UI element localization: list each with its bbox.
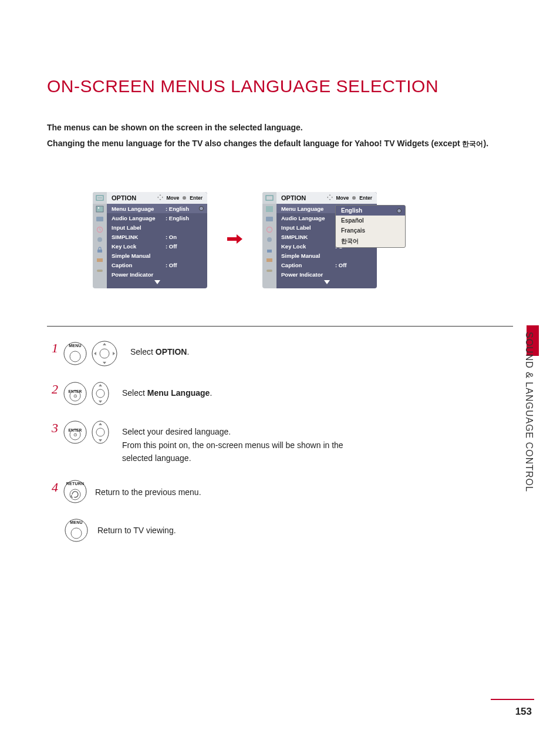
row-label: Input Label: [281, 224, 335, 231]
return-button[interactable]: RETURN: [63, 480, 87, 503]
t: Select: [130, 347, 156, 356]
dropdown-item-espanol[interactable]: Español: [336, 216, 405, 226]
audio-icon: [93, 214, 107, 225]
row-label: SIMPLINK: [281, 234, 335, 240]
row-enter-icon: [199, 206, 204, 211]
row-label: Audio Language: [112, 215, 166, 221]
menu-row-power-indicator[interactable]: Power Indicator: [276, 270, 377, 279]
row-label: Caption: [112, 262, 166, 268]
menu-button[interactable]: MENU: [65, 519, 88, 542]
move-icon: [327, 194, 333, 201]
steps: 1 MENU Select OPTION. 2 ENTER: [47, 341, 513, 542]
svg-point-32: [71, 528, 82, 539]
lock-icon: [93, 245, 107, 255]
step-number: 3: [52, 422, 61, 435]
audio-icon: [262, 214, 276, 225]
button-label: MENU: [65, 520, 88, 524]
arrow-right-icon: [226, 233, 244, 247]
section-sidebar-label: SOUND & LANGUAGE CONTROL: [524, 332, 534, 492]
menu-row-power-indicator[interactable]: Power Indicator: [107, 270, 207, 279]
menu-row-simplink[interactable]: SIMPLINK: On: [107, 232, 207, 241]
svg-point-5: [97, 237, 102, 242]
scroll-down-icon: [107, 279, 207, 288]
step-4: 4 RETURN Return to the previous menu.: [52, 480, 513, 503]
aspect-icon: [93, 192, 107, 204]
dropdown-item-francais[interactable]: Français: [336, 226, 405, 235]
enter-button[interactable]: ENTER ⊙: [63, 382, 87, 405]
enter-dot-icon: [352, 196, 356, 200]
lock-icon: [262, 245, 276, 255]
step-text: Select Menu Language.: [122, 382, 212, 399]
row-label: Simple Manual: [281, 253, 335, 259]
time-icon: [262, 224, 276, 235]
menu-header: OPTION Move Enter: [276, 192, 377, 204]
svg-point-28: [96, 428, 104, 436]
usb-icon: [93, 265, 107, 276]
menu-row-caption[interactable]: Caption: Off: [107, 260, 207, 270]
input-icon: [262, 255, 276, 266]
row-value: : Off: [166, 262, 177, 268]
t: Menu Language: [147, 388, 210, 398]
step-1: 1 MENU Select OPTION.: [52, 341, 513, 366]
t: .: [187, 347, 189, 356]
step-text: Return to the previous menu.: [95, 480, 201, 499]
dpad-updown[interactable]: [92, 382, 109, 405]
step-3: 3 ENTER ⊙ Select your desired language. …: [52, 420, 513, 465]
intro-korean: 한국어: [462, 140, 483, 148]
svg-rect-8: [97, 270, 103, 272]
t: .: [210, 388, 212, 398]
menu-row-key-lock[interactable]: Key Lock: Off: [107, 241, 207, 251]
row-enter-icon: [397, 208, 402, 213]
dpad-full[interactable]: [92, 341, 117, 366]
enter-button[interactable]: ENTER ⊙: [63, 420, 87, 444]
svg-point-13: [267, 237, 272, 242]
t: OPTION: [156, 347, 187, 356]
button-label: ENTER: [63, 428, 87, 432]
svg-rect-16: [266, 270, 272, 272]
step-number: 1: [52, 342, 61, 355]
dpad-updown[interactable]: [92, 420, 109, 444]
step-2: 2 ENTER ⊙ Select Menu Language.: [52, 382, 513, 405]
menu-row-audio-language[interactable]: Audio Language: English: [107, 213, 207, 223]
row-label: Power Indicator: [281, 271, 335, 278]
row-label: Input Label: [112, 224, 166, 231]
menu-row-simple-manual[interactable]: Simple Manual: [107, 251, 207, 260]
row-label: Audio Language: [281, 215, 335, 221]
row-label: Key Lock: [112, 243, 166, 250]
svg-rect-7: [97, 258, 103, 262]
dd-label: English: [341, 207, 362, 214]
svg-point-20: [100, 349, 109, 358]
enter-dot-icon: [183, 196, 186, 200]
t: Select your desired language.: [122, 427, 231, 436]
button-label: RETURN: [63, 482, 87, 486]
dropdown-item-korean[interactable]: 한국어: [336, 235, 405, 247]
aspect-icon: [262, 192, 276, 204]
menu-button[interactable]: MENU: [63, 342, 87, 365]
enter-label: Enter: [359, 195, 372, 201]
enter-label: Enter: [190, 195, 203, 201]
menu-row-menu-language[interactable]: Menu Language : English: [107, 204, 207, 213]
menu-row-caption[interactable]: Caption: Off: [276, 260, 377, 270]
language-dropdown[interactable]: English Español Français 한국어: [335, 205, 406, 248]
svg-point-2: [98, 207, 99, 208]
svg-rect-14: [267, 250, 272, 253]
row-label: Caption: [281, 262, 335, 268]
svg-point-24: [96, 389, 104, 398]
row-value: : English: [166, 215, 189, 221]
dropdown-item-english[interactable]: English: [336, 206, 405, 216]
step-number: 2: [52, 383, 61, 396]
move-icon: [157, 194, 163, 201]
button-label: MENU: [63, 344, 87, 348]
move-label: Move: [336, 195, 349, 201]
option-menu-after-wrap: OPTION Move Enter Menu Language: En Audi…: [262, 192, 377, 288]
page-number: 153: [515, 706, 532, 718]
button-label: ENTER: [63, 389, 87, 393]
row-value: : Off: [166, 243, 177, 250]
t: From this point on, the on-screen menus …: [122, 440, 343, 463]
menu-row-input-label[interactable]: Input Label: [107, 223, 207, 232]
row-value: : On: [166, 234, 177, 240]
svg-rect-9: [266, 196, 273, 200]
svg-point-12: [267, 227, 272, 232]
step-text: Return to TV viewing.: [97, 526, 176, 535]
menu-row-simple-manual[interactable]: Simple Manual: [276, 251, 377, 260]
